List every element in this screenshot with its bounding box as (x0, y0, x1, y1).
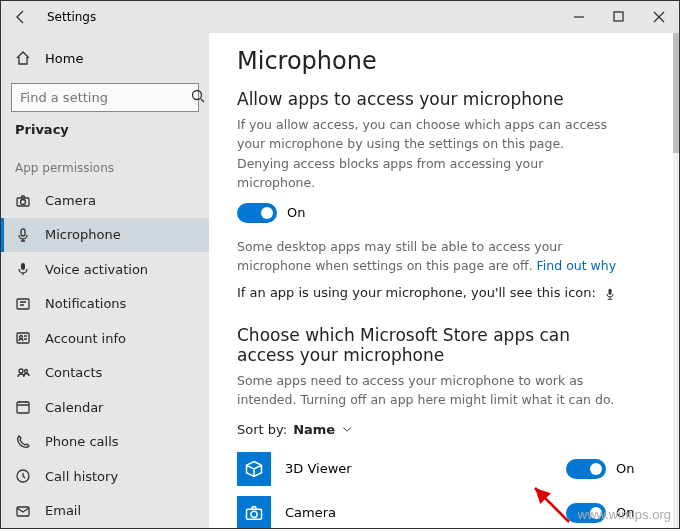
email-icon (15, 503, 31, 519)
phone-icon (15, 434, 31, 450)
sidebar-item-call-history[interactable]: Call history (1, 459, 209, 493)
app-name: 3D Viewer (285, 461, 552, 476)
history-icon (15, 468, 31, 484)
search-box[interactable] (11, 83, 199, 112)
watermark: www.wintips.org (578, 507, 671, 522)
svg-rect-6 (17, 299, 29, 309)
nav-label: Call history (45, 469, 118, 484)
content-pane: Microphone Allow apps to access your mic… (209, 33, 679, 528)
svg-point-8 (20, 336, 23, 339)
home-nav[interactable]: Home (1, 41, 209, 75)
microphone-icon (15, 227, 31, 243)
sidebar-item-camera[interactable]: Camera (1, 183, 209, 217)
group-header: App permissions (1, 147, 209, 183)
search-input[interactable] (20, 90, 190, 105)
nav-label: Email (45, 503, 81, 518)
svg-rect-7 (17, 333, 29, 343)
allow-access-state: On (287, 205, 305, 220)
sidebar-item-calendar[interactable]: Calendar (1, 390, 209, 424)
back-button[interactable] (1, 1, 41, 33)
sidebar-item-account-info[interactable]: Account info (1, 321, 209, 355)
app-toggle-state: On (616, 461, 634, 476)
home-label: Home (45, 51, 83, 66)
nav-label: Notifications (45, 296, 126, 311)
nav-label: Contacts (45, 365, 102, 380)
svg-rect-4 (21, 229, 25, 236)
nav-label: Microphone (45, 227, 121, 242)
category-header: Privacy (1, 122, 209, 147)
maximize-button[interactable] (599, 1, 639, 33)
account-icon (15, 330, 31, 346)
svg-point-10 (25, 369, 28, 372)
choose-description: Some apps need to access your microphone… (237, 371, 617, 410)
svg-rect-0 (614, 12, 623, 21)
choose-heading: Choose which Microsoft Store apps can ac… (237, 325, 617, 365)
nav-label: Camera (45, 193, 96, 208)
nav-label: Voice activation (45, 262, 148, 277)
svg-rect-11 (17, 402, 29, 413)
svg-rect-5 (21, 263, 25, 270)
sort-value: Name (293, 422, 335, 437)
scrollbar-thumb[interactable] (673, 33, 679, 153)
home-icon (15, 50, 31, 66)
svg-point-1 (193, 91, 202, 100)
in-use-line: If an app is using your microphone, you'… (237, 285, 651, 301)
app-row-3d-viewer: 3D Viewer On (237, 447, 651, 491)
find-out-why-link[interactable]: Find out why (537, 258, 617, 273)
svg-point-16 (251, 511, 257, 517)
camera-icon (15, 193, 31, 209)
app-icon-3d-viewer (237, 452, 271, 486)
allow-access-toggle[interactable] (237, 203, 277, 223)
minimize-icon (571, 9, 587, 25)
allow-heading: Allow apps to access your microphone (237, 89, 651, 109)
svg-point-9 (19, 369, 23, 373)
search-icon (190, 88, 206, 107)
sidebar-item-phone-calls[interactable]: Phone calls (1, 425, 209, 459)
svg-rect-14 (609, 289, 612, 295)
calendar-icon (15, 399, 31, 415)
allow-description: If you allow access, you can choose whic… (237, 115, 617, 193)
nav-label: Calendar (45, 400, 103, 415)
titlebar: Settings (1, 1, 679, 33)
sidebar: Home Privacy App permissions Camera Micr… (1, 33, 209, 528)
sidebar-item-contacts[interactable]: Contacts (1, 356, 209, 390)
nav-label: Phone calls (45, 434, 119, 449)
nav-label: Account info (45, 331, 126, 346)
app-name: Camera (285, 505, 552, 520)
sidebar-item-email[interactable]: Email (1, 494, 209, 528)
arrow-left-icon (13, 9, 29, 25)
sidebar-item-microphone[interactable]: Microphone (1, 218, 209, 252)
microphone-indicator-icon (604, 287, 616, 301)
desktop-apps-note: Some desktop apps may still be able to a… (237, 237, 617, 276)
sort-selector[interactable]: Sort by: Name (237, 422, 651, 437)
app-icon-camera (237, 496, 271, 529)
notifications-icon (15, 296, 31, 312)
contacts-icon (15, 365, 31, 381)
voice-icon (15, 261, 31, 277)
window-title: Settings (41, 10, 96, 24)
maximize-icon (611, 9, 627, 25)
minimize-button[interactable] (559, 1, 599, 33)
close-button[interactable] (639, 1, 679, 33)
page-title: Microphone (237, 47, 651, 75)
sidebar-item-voice-activation[interactable]: Voice activation (1, 252, 209, 286)
svg-point-3 (21, 199, 26, 204)
app-toggle-3d-viewer[interactable] (566, 459, 606, 479)
close-icon (651, 9, 667, 25)
chevron-down-icon (341, 423, 353, 435)
sidebar-item-notifications[interactable]: Notifications (1, 287, 209, 321)
